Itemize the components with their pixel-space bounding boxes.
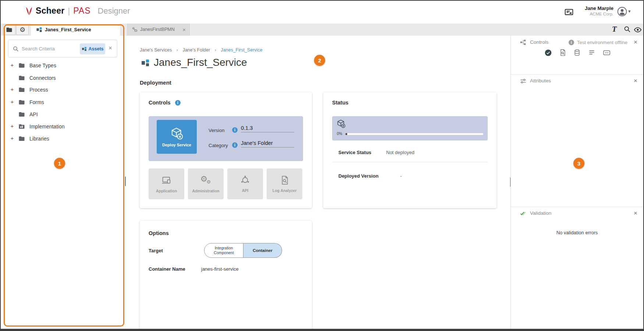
log-analyzer-icon [280,175,289,185]
status-progress-panel: 0% [332,116,488,140]
clear-search-icon[interactable]: × [107,45,114,53]
log-analyzer-button[interactable]: Log Analyzer [267,168,302,199]
assets-filter-chip[interactable]: Assets [80,43,105,54]
expand-icon[interactable]: + [10,86,15,92]
attributes-panel: Attributes × [511,75,643,207]
breadcrumb-item[interactable]: Jane's Services [140,47,172,53]
open-folder-button[interactable] [3,24,15,35]
container-name-value: janes-first-service [201,266,239,272]
action-button-label: API [242,188,249,193]
asset-search-box: Assets × [8,40,117,57]
run-check-icon[interactable] [544,49,552,57]
controls-panel: Controls i Test environment offline × [511,36,643,75]
log-file-icon[interactable] [559,49,566,56]
status-card: Status 0% Service Status Not deployed De… [323,92,497,208]
switch-console-icon[interactable] [564,7,574,17]
info-icon[interactable]: i [232,127,238,133]
folder-icon [18,135,25,142]
info-icon[interactable]: i [175,100,181,106]
console-icon[interactable] [603,49,611,57]
settings-button[interactable]: ⚙ [16,24,29,35]
tree-item-label: API [29,111,38,117]
action-button-label: Application [156,189,177,193]
target-toggle: Integration Component Container [204,243,282,258]
close-panel-icon[interactable]: × [634,77,637,85]
brand-product: Designer [98,6,130,16]
tab-close-icon[interactable]: × [182,24,186,36]
attributes-panel-title: Attributes [530,78,551,83]
brand-separator: | [68,6,70,16]
eye-tool-icon[interactable] [634,26,642,34]
deploy-service-button[interactable]: Deploy Service [157,120,197,154]
api-icon [240,175,250,185]
user-org: ACME Corp. [577,12,613,16]
controls-card: Controls i Deploy Service Version i 0.1.… [140,92,312,208]
tree-item-label: Libraries [29,136,49,142]
administration-icon: ⚙ ⚙ [200,175,211,185]
expand-icon[interactable]: + [10,135,15,141]
tree-item-implementation[interactable]: + Implementation [1,121,125,132]
gear-icon: ⚙ [19,26,25,33]
database-icon[interactable] [573,49,581,56]
divider [332,162,488,162]
validation-panel-title: Validation [530,210,551,216]
assets-icon [82,46,87,51]
breadcrumb-item-current[interactable]: Janes_First_Service [221,47,262,53]
attributes-sliders-icon [520,78,527,85]
service-status-label: Service Status [338,150,371,155]
administration-button[interactable]: ⚙ ⚙ Administration [188,168,224,199]
folder-icon [18,75,25,81]
progress-percent: 0% [337,132,342,136]
tree-item-connectors[interactable]: Connectors [1,72,125,83]
breadcrumb-separator: › [177,47,178,53]
application-button[interactable]: Application [149,168,184,199]
target-option-container[interactable]: Container [243,243,282,258]
tree-item-api[interactable]: API [1,109,125,120]
tree-item-base-types[interactable]: + Base Types [1,60,125,71]
user-menu-caret-icon[interactable]: ▾ [628,8,631,14]
service-icon [36,26,42,33]
category-label: Category [209,143,228,148]
user-avatar-icon[interactable] [617,7,627,17]
breadcrumb: Jane's Services › Jane's Folder › Janes_… [140,46,263,53]
deploy-package-icon [170,127,184,140]
search-tool-icon[interactable] [623,25,631,33]
tab-label: JanesFirstBPMN [140,24,175,36]
category-input[interactable]: Jane's Folder [241,140,294,147]
version-label: Version [209,128,224,133]
target-label: Target [149,248,163,253]
app-header: Scheer | PAS Designer Jane Marple ACME C… [1,1,643,24]
info-icon[interactable]: i [232,142,238,148]
api-button[interactable]: API [227,168,263,199]
service-icon [141,58,150,67]
version-input[interactable]: 0.1.3 [241,125,294,132]
controls-card-title: Controls i [149,100,181,106]
deployed-version-label: Deployed Version [338,173,378,179]
page-title: Janes_First_Service [154,57,247,68]
text-tool-icon[interactable]: T [612,25,617,34]
package-undeployed-icon [337,119,346,128]
tab-janes-first-service[interactable]: Janes_First_Service [31,24,120,36]
list-icon[interactable] [588,49,595,56]
tab-label: Janes_First_Service [45,24,91,36]
status-card-title: Status [332,100,348,106]
folder-icon [18,62,25,69]
close-panel-icon[interactable]: × [634,39,637,46]
tree-item-forms[interactable]: + Forms [1,97,125,108]
close-panel-icon[interactable]: × [634,210,637,217]
action-button-label: Administration [192,189,219,193]
tab-bar: ⚙ Janes_First_Service JanesFirstBPMN × T [1,24,643,36]
folder-icon [18,111,25,118]
tree-item-label: Base Types [29,63,56,68]
expand-icon[interactable]: + [10,99,15,105]
tree-item-process[interactable]: + Process [1,84,125,95]
expand-icon[interactable]: + [10,62,15,68]
tree-item-libraries[interactable]: + Libraries [1,133,125,144]
target-option-integration-component[interactable]: Integration Component [204,243,243,258]
search-input[interactable] [22,40,77,57]
breadcrumb-item[interactable]: Jane's Folder [182,47,210,53]
expand-icon[interactable]: + [10,123,15,129]
tab-janes-first-bpmn[interactable]: JanesFirstBPMN × [127,24,190,36]
bpmn-diagram-icon [132,27,138,32]
folder-icon [18,86,25,93]
